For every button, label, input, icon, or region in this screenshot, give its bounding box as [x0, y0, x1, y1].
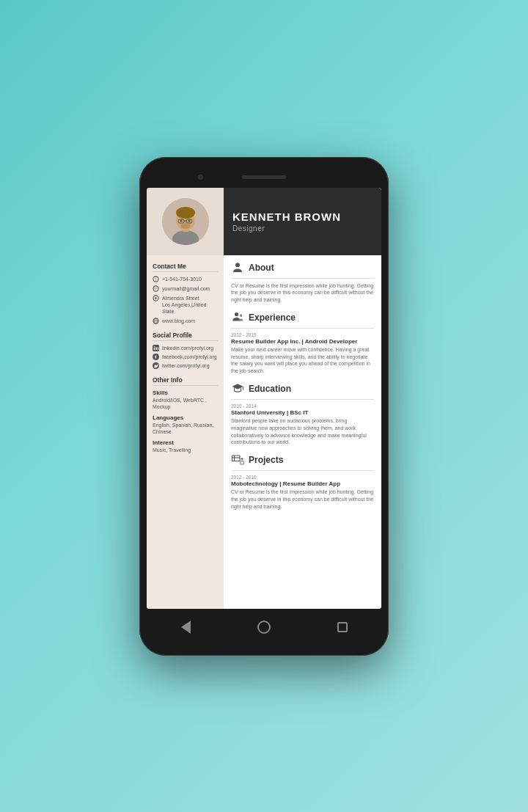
- social-linkedin: linkedin.com/profyl.org: [153, 345, 218, 351]
- header-left-panel: [147, 188, 224, 255]
- about-text: CV or Resume is the first impression whi…: [231, 282, 374, 304]
- projects-divider: [231, 470, 374, 471]
- recents-icon: [337, 622, 348, 632]
- languages-text: English, Spanish, Russian, Chinese: [153, 422, 218, 435]
- experience-entry-title: Resume Builder App Inc. | Android Develo…: [231, 338, 374, 345]
- languages-subsection: Languages English, Spanish, Russian, Chi…: [153, 414, 218, 435]
- svg-point-21: [154, 346, 155, 347]
- phone-frame: KENNETH BROWN Designer Contact Me: [139, 157, 389, 656]
- experience-header: Experience: [231, 311, 374, 324]
- nav-recents-button[interactable]: [334, 619, 351, 635]
- svg-point-15: [155, 297, 157, 299]
- linkedin-icon: [153, 345, 159, 351]
- contact-website: www.blog.com: [153, 318, 218, 324]
- main-content: About CV or Resume is the first impressi…: [224, 255, 381, 609]
- back-icon: [181, 621, 191, 634]
- resume-header: KENNETH BROWN Designer: [147, 188, 381, 255]
- phone-screen: KENNETH BROWN Designer Contact Me: [147, 188, 381, 609]
- svg-rect-34: [241, 461, 244, 465]
- skills-title: Skills: [153, 389, 218, 396]
- education-section-title: Education: [249, 384, 291, 394]
- other-info-section: Other Info Skills Android/iOS, WebRTC , …: [153, 376, 218, 453]
- phone-speaker: [242, 175, 286, 179]
- languages-title: Languages: [153, 414, 218, 421]
- education-section: Education 2010 - 2014 Stanford Universit…: [231, 382, 374, 446]
- avatar-image: [162, 198, 209, 245]
- nav-home-button[interactable]: [256, 619, 272, 635]
- education-header: Education: [231, 382, 374, 395]
- address-icon: [153, 295, 159, 301]
- other-info-title: Other Info: [153, 376, 218, 386]
- social-section: Social Profile linkedin.com/profyl.org: [153, 332, 218, 369]
- experience-date: 2012 - 2015: [231, 332, 374, 337]
- header-right-panel: KENNETH BROWN Designer: [224, 188, 381, 255]
- svg-point-25: [235, 312, 238, 316]
- about-section: About CV or Resume is the first impressi…: [231, 261, 374, 304]
- interest-subsection: Interest Music, Travelling: [153, 439, 218, 453]
- interest-text: Music, Travelling: [153, 447, 218, 453]
- phone-icon: i: [153, 276, 159, 282]
- education-divider: [231, 399, 374, 400]
- address-text: Almendra Street Los Angeles,United State: [162, 295, 218, 315]
- website-text: www.blog.com: [162, 318, 195, 324]
- phone-camera: [198, 175, 203, 180]
- phone-text: +1-541-754-3010: [162, 276, 202, 282]
- phone-nav-bar: [147, 609, 381, 645]
- interest-title: Interest: [153, 439, 218, 446]
- social-section-title: Social Profile: [153, 332, 218, 341]
- svg-text:i: i: [155, 277, 156, 281]
- about-header: About: [231, 261, 374, 274]
- email-text: yourmail@gmail.com: [162, 285, 210, 292]
- projects-header: Projects: [231, 453, 374, 467]
- projects-entry-title: Mobotechnology | Resume Builder App: [231, 480, 374, 487]
- social-facebook: facebook.com/profyl.org: [153, 354, 218, 360]
- experience-section: Experience 2012 - 2015 Resume Builder Ap…: [231, 311, 374, 375]
- facebook-text: facebook.com/profyl.org: [162, 354, 217, 359]
- resume-container: KENNETH BROWN Designer Contact Me: [147, 188, 381, 609]
- about-section-title: About: [249, 263, 274, 273]
- skills-subsection: Skills Android/iOS, WebRTC , Mockup: [153, 389, 218, 410]
- skills-text: Android/iOS, WebRTC , Mockup: [153, 397, 218, 410]
- svg-point-10: [180, 223, 191, 229]
- person-title: Designer: [232, 224, 373, 233]
- svg-point-26: [240, 314, 243, 317]
- contact-section: Contact Me i +1-541-754-3010: [153, 263, 218, 325]
- social-twitter: twitter.com/profyl.org: [153, 362, 218, 369]
- experience-text: Make your next career move with confiden…: [231, 346, 374, 375]
- projects-section-title: Projects: [249, 455, 283, 465]
- experience-divider: [231, 328, 374, 329]
- experience-section-title: Experience: [249, 312, 296, 323]
- resume-sidebar: Contact Me i +1-541-754-3010: [147, 255, 224, 609]
- education-date: 2010 - 2014: [231, 403, 374, 409]
- projects-icon: [231, 453, 244, 467]
- contact-section-title: Contact Me: [153, 263, 218, 272]
- experience-icon: [231, 311, 244, 324]
- education-icon: [231, 382, 244, 395]
- resume-body: Contact Me i +1-541-754-3010: [147, 255, 381, 609]
- twitter-icon: [153, 362, 159, 369]
- projects-text: CV or Resume is the first impression whi…: [231, 489, 374, 510]
- contact-email: yourmail@gmail.com: [153, 285, 218, 292]
- svg-marker-27: [232, 384, 243, 389]
- svg-point-9: [188, 219, 190, 222]
- about-icon: [231, 261, 244, 274]
- education-entry-title: Stanford University | BSc IT: [231, 409, 374, 416]
- website-icon: [153, 318, 159, 324]
- svg-rect-29: [232, 456, 241, 461]
- svg-point-24: [235, 263, 240, 267]
- nav-back-button[interactable]: [177, 619, 194, 635]
- facebook-icon: [153, 354, 159, 360]
- avatar: [162, 198, 209, 245]
- contact-phone: i +1-541-754-3010: [153, 276, 218, 282]
- projects-date: 2012 - 2016: [231, 475, 374, 480]
- contact-address: Almendra Street Los Angeles,United State: [153, 295, 218, 315]
- projects-section: Projects 2012 - 2016 Mobotechnology | Re…: [231, 453, 374, 510]
- email-icon: [153, 285, 159, 292]
- home-icon: [257, 621, 271, 634]
- twitter-text: twitter.com/profyl.org: [162, 363, 210, 368]
- svg-point-4: [176, 207, 195, 219]
- linkedin-text: linkedin.com/profyl.org: [162, 345, 213, 351]
- education-text: Stanford people take on audacious proble…: [231, 417, 374, 446]
- person-name: KENNETH BROWN: [232, 211, 373, 223]
- about-divider: [231, 278, 374, 279]
